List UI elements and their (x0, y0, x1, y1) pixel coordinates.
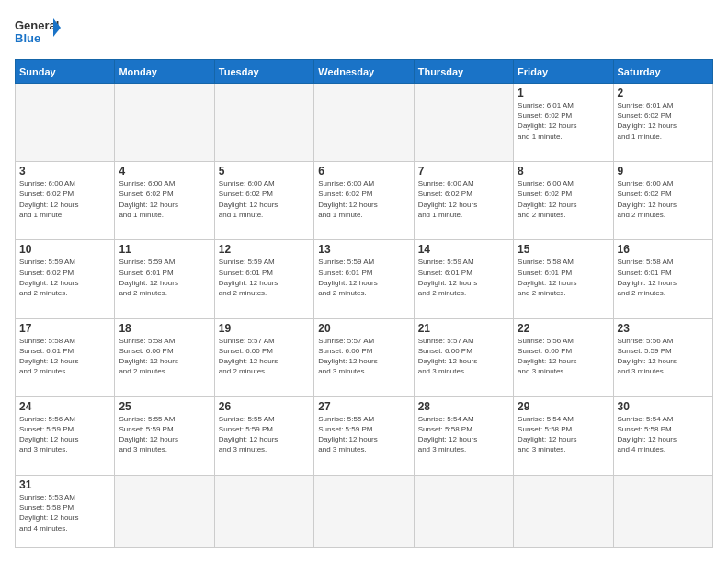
calendar-day-header: Wednesday (314, 60, 414, 84)
svg-text:General: General (15, 18, 59, 32)
day-number: 31 (19, 478, 110, 491)
calendar-day-cell: 28Sunrise: 5:54 AM Sunset: 5:58 PM Dayli… (414, 396, 513, 475)
day-number: 15 (518, 243, 609, 256)
calendar-day-cell (514, 475, 613, 547)
day-info: Sunrise: 5:54 AM Sunset: 5:58 PM Dayligh… (618, 414, 709, 455)
calendar-day-cell: 24Sunrise: 5:56 AM Sunset: 5:59 PM Dayli… (16, 396, 115, 475)
day-number: 30 (618, 400, 709, 413)
day-info: Sunrise: 6:00 AM Sunset: 6:02 PM Dayligh… (219, 178, 310, 220)
calendar-day-cell: 22Sunrise: 5:56 AM Sunset: 6:00 PM Dayli… (514, 318, 613, 396)
day-info: Sunrise: 6:00 AM Sunset: 6:02 PM Dayligh… (19, 178, 110, 220)
day-info: Sunrise: 5:55 AM Sunset: 5:59 PM Dayligh… (119, 414, 210, 455)
calendar-day-header: Sunday (16, 60, 115, 84)
calendar-day-cell (613, 475, 712, 547)
day-number: 24 (19, 400, 110, 413)
calendar-day-cell (16, 84, 115, 162)
calendar-day-cell: 29Sunrise: 5:54 AM Sunset: 5:58 PM Dayli… (514, 396, 613, 475)
day-info: Sunrise: 6:01 AM Sunset: 6:02 PM Dayligh… (618, 100, 709, 142)
calendar-day-cell (314, 84, 414, 162)
day-info: Sunrise: 5:59 AM Sunset: 6:02 PM Dayligh… (19, 257, 110, 298)
svg-text:Blue: Blue (15, 31, 40, 45)
day-number: 4 (119, 165, 210, 178)
calendar-day-cell (115, 475, 214, 547)
calendar-day-cell: 15Sunrise: 5:58 AM Sunset: 6:01 PM Dayli… (514, 240, 613, 318)
calendar-day-cell: 25Sunrise: 5:55 AM Sunset: 5:59 PM Dayli… (115, 396, 214, 475)
calendar-day-header: Saturday (613, 60, 712, 84)
day-info: Sunrise: 5:55 AM Sunset: 5:59 PM Dayligh… (318, 414, 409, 455)
day-info: Sunrise: 5:58 AM Sunset: 6:00 PM Dayligh… (119, 336, 210, 377)
calendar-week-row: 31Sunrise: 5:53 AM Sunset: 5:58 PM Dayli… (16, 475, 713, 547)
calendar-day-cell: 6Sunrise: 6:00 AM Sunset: 6:02 PM Daylig… (314, 162, 414, 240)
day-info: Sunrise: 5:59 AM Sunset: 6:01 PM Dayligh… (219, 257, 310, 298)
calendar-day-cell: 31Sunrise: 5:53 AM Sunset: 5:58 PM Dayli… (16, 475, 115, 547)
calendar-day-cell (214, 475, 313, 547)
day-number: 2 (618, 86, 709, 99)
calendar-day-cell (314, 475, 414, 547)
calendar-day-cell: 2Sunrise: 6:01 AM Sunset: 6:02 PM Daylig… (613, 84, 712, 162)
calendar-week-row: 3Sunrise: 6:00 AM Sunset: 6:02 PM Daylig… (16, 162, 713, 240)
page: General Blue SundayMondayTuesdayWednesda… (0, 0, 728, 563)
calendar-day-cell: 16Sunrise: 5:58 AM Sunset: 6:01 PM Dayli… (613, 240, 712, 318)
day-number: 7 (418, 165, 509, 178)
day-number: 3 (19, 165, 110, 178)
day-number: 20 (318, 322, 409, 335)
logo: General Blue (15, 15, 61, 52)
day-info: Sunrise: 6:01 AM Sunset: 6:02 PM Dayligh… (518, 100, 609, 142)
day-number: 1 (518, 86, 609, 99)
calendar-week-row: 10Sunrise: 5:59 AM Sunset: 6:02 PM Dayli… (16, 240, 713, 318)
calendar-day-header: Tuesday (214, 60, 313, 84)
calendar-day-cell: 3Sunrise: 6:00 AM Sunset: 6:02 PM Daylig… (16, 162, 115, 240)
calendar-header-row: SundayMondayTuesdayWednesdayThursdayFrid… (16, 60, 713, 84)
calendar-day-header: Friday (514, 60, 613, 84)
calendar-day-cell: 1Sunrise: 6:01 AM Sunset: 6:02 PM Daylig… (514, 84, 613, 162)
calendar-day-cell: 19Sunrise: 5:57 AM Sunset: 6:00 PM Dayli… (214, 318, 313, 396)
calendar-day-cell: 27Sunrise: 5:55 AM Sunset: 5:59 PM Dayli… (314, 396, 414, 475)
calendar-day-cell: 8Sunrise: 6:00 AM Sunset: 6:02 PM Daylig… (514, 162, 613, 240)
day-info: Sunrise: 5:54 AM Sunset: 5:58 PM Dayligh… (518, 414, 609, 455)
calendar-week-row: 24Sunrise: 5:56 AM Sunset: 5:59 PM Dayli… (16, 396, 713, 475)
day-number: 27 (318, 400, 409, 413)
day-info: Sunrise: 5:58 AM Sunset: 6:01 PM Dayligh… (618, 257, 709, 298)
calendar-day-cell: 9Sunrise: 6:00 AM Sunset: 6:02 PM Daylig… (613, 162, 712, 240)
day-number: 28 (418, 400, 509, 413)
day-info: Sunrise: 5:56 AM Sunset: 6:00 PM Dayligh… (518, 336, 609, 377)
day-number: 25 (119, 400, 210, 413)
calendar-day-cell (214, 84, 313, 162)
day-info: Sunrise: 5:57 AM Sunset: 6:00 PM Dayligh… (318, 336, 409, 377)
day-info: Sunrise: 6:00 AM Sunset: 6:02 PM Dayligh… (518, 178, 609, 220)
day-info: Sunrise: 5:53 AM Sunset: 5:58 PM Dayligh… (19, 492, 110, 534)
day-info: Sunrise: 6:00 AM Sunset: 6:02 PM Dayligh… (119, 178, 210, 220)
day-info: Sunrise: 5:56 AM Sunset: 5:59 PM Dayligh… (618, 336, 709, 377)
calendar-day-cell: 14Sunrise: 5:59 AM Sunset: 6:01 PM Dayli… (414, 240, 513, 318)
calendar-day-cell: 26Sunrise: 5:55 AM Sunset: 5:59 PM Dayli… (214, 396, 313, 475)
calendar-day-header: Monday (115, 60, 214, 84)
day-info: Sunrise: 5:57 AM Sunset: 6:00 PM Dayligh… (219, 336, 310, 377)
day-number: 14 (418, 243, 509, 256)
day-info: Sunrise: 6:00 AM Sunset: 6:02 PM Dayligh… (418, 178, 509, 220)
day-number: 9 (618, 165, 709, 178)
day-info: Sunrise: 5:54 AM Sunset: 5:58 PM Dayligh… (418, 414, 509, 455)
day-number: 6 (318, 165, 409, 178)
calendar-week-row: 17Sunrise: 5:58 AM Sunset: 6:01 PM Dayli… (16, 318, 713, 396)
day-info: Sunrise: 6:00 AM Sunset: 6:02 PM Dayligh… (318, 178, 409, 220)
calendar-day-cell: 30Sunrise: 5:54 AM Sunset: 5:58 PM Dayli… (613, 396, 712, 475)
day-number: 8 (518, 165, 609, 178)
calendar-day-cell: 23Sunrise: 5:56 AM Sunset: 5:59 PM Dayli… (613, 318, 712, 396)
calendar-day-cell (115, 84, 214, 162)
day-number: 5 (219, 165, 310, 178)
calendar-day-header: Thursday (414, 60, 513, 84)
calendar-day-cell: 21Sunrise: 5:57 AM Sunset: 6:00 PM Dayli… (414, 318, 513, 396)
calendar-day-cell: 7Sunrise: 6:00 AM Sunset: 6:02 PM Daylig… (414, 162, 513, 240)
calendar-day-cell: 4Sunrise: 6:00 AM Sunset: 6:02 PM Daylig… (115, 162, 214, 240)
day-info: Sunrise: 5:57 AM Sunset: 6:00 PM Dayligh… (418, 336, 509, 377)
day-number: 26 (219, 400, 310, 413)
day-info: Sunrise: 5:58 AM Sunset: 6:01 PM Dayligh… (19, 336, 110, 377)
day-number: 22 (518, 322, 609, 335)
calendar-day-cell: 20Sunrise: 5:57 AM Sunset: 6:00 PM Dayli… (314, 318, 414, 396)
day-info: Sunrise: 5:59 AM Sunset: 6:01 PM Dayligh… (318, 257, 409, 298)
calendar-day-cell (414, 475, 513, 547)
calendar-day-cell: 5Sunrise: 6:00 AM Sunset: 6:02 PM Daylig… (214, 162, 313, 240)
day-info: Sunrise: 5:59 AM Sunset: 6:01 PM Dayligh… (119, 257, 210, 298)
day-number: 17 (19, 322, 110, 335)
day-number: 13 (318, 243, 409, 256)
